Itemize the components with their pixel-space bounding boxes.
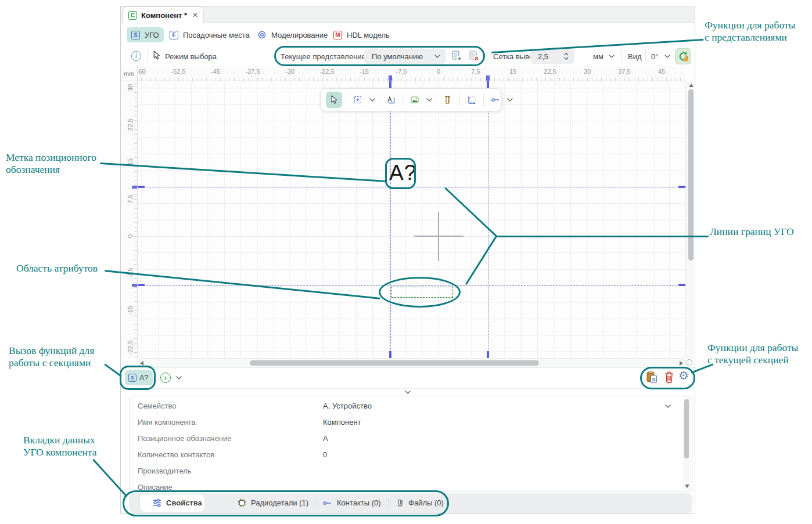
pin-grid-stepper[interactable]: 2,5 [530,49,574,64]
boundary-handle[interactable] [487,81,489,88]
v-tick: 15 [127,153,135,171]
delete-view-button[interactable] [468,50,480,62]
unit-select-value[interactable]: мм [593,52,603,61]
vertical-scroll-thumb[interactable] [688,89,694,261]
h-tick: -30 [285,68,294,75]
node-tool-button[interactable] [350,92,366,108]
chevron-down-icon[interactable] [507,98,513,102]
component-type-icon: C [128,11,137,20]
scroll-down-arrow[interactable] [685,485,689,488]
image-tool-button[interactable] [407,92,423,108]
info-icon[interactable]: i [131,51,141,61]
h-tick: -37,5 [245,68,260,75]
property-label: Описание [138,483,173,492]
document-tab[interactable]: C Компонент * ✕ [123,6,204,23]
contact-pin-icon[interactable] [323,500,332,506]
add-section-button[interactable]: + [160,373,171,383]
boundary-line-horizontal-bottom[interactable] [138,285,685,286]
delete-section-button[interactable] [664,371,674,384]
boundary-handle[interactable] [138,186,145,188]
angle-chevron-icon[interactable] [664,55,670,58]
pin-count-value[interactable]: 0 [323,450,327,459]
properties-scrollbar[interactable] [683,397,691,490]
tab-files-label[interactable]: Файлы (0) [408,498,444,507]
tab-properties-label: Свойства [166,498,202,507]
ref-designator-label[interactable]: А? [389,162,416,183]
h-tick: 15 [509,68,516,75]
boundary-line-horizontal-top[interactable] [138,187,685,187]
sliders-icon [152,498,162,508]
add-section-chevron-icon[interactable] [176,376,182,380]
paperclip-icon[interactable] [396,498,405,508]
callout-line-sections [104,363,122,377]
add-view-button[interactable] [451,50,462,62]
section-bar [121,367,695,388]
screenshot-stage: C Компонент * ✕ S УГО F Посадочные места… [0,0,812,524]
selection-tool-button[interactable] [326,92,342,108]
cursor-icon [329,95,339,104]
tab-divider [315,498,315,508]
chevron-down-icon[interactable] [426,98,432,102]
collapse-panel-icon[interactable] [405,391,411,394]
rotate-lock-icon [678,51,689,62]
tab-close-icon[interactable]: ✕ [192,11,198,19]
tab-parts-label[interactable]: Радиодетали (1) [251,498,308,507]
rotate-lock-button[interactable] [675,48,691,64]
boundary-handle[interactable] [487,351,489,358]
family-dropdown-icon[interactable] [665,404,671,408]
section-settings-button[interactable]: ⚙ [678,370,689,381]
tab-ugo[interactable]: S УГО [127,27,164,42]
tab-hdl[interactable]: M HDL модель [329,27,394,42]
pin-tool-button[interactable] [487,92,504,108]
boundary-handle[interactable] [678,186,685,188]
boundary-handle[interactable] [389,351,391,358]
tab-contacts-label[interactable]: Контакты (0) [337,498,381,507]
vertical-scrollbar[interactable] [685,81,695,358]
measure-tool-button[interactable] [440,92,456,108]
unit-chevron-icon[interactable] [609,55,615,58]
text-tool-button[interactable] [383,92,399,108]
annotation-sections: Вызов функций для работы с секциями [9,345,94,369]
caliper-icon [443,95,452,104]
component-name-value[interactable]: Компонент [323,418,361,427]
transform-tool-button[interactable] [464,92,480,108]
tab-modeling[interactable]: Моделирование [253,27,332,42]
v-tick: -15 [127,302,135,319]
v-tick: -22,5 [127,339,135,356]
boundary-marker [132,284,137,287]
view-select[interactable]: По умолчанию [364,49,446,64]
ref-designator-value[interactable]: А [323,434,328,443]
hdl-icon: M [333,31,342,39]
horizontal-scrollbar[interactable] [138,358,685,367]
tab-footprints-label: Посадочные места [183,31,250,39]
boundary-handle[interactable] [138,284,145,286]
scroll-right-arrow[interactable] [680,361,683,366]
tab-hdl-label: HDL модель [347,31,390,39]
scroll-left-arrow[interactable] [140,361,143,366]
copy-section-button[interactable]: S [646,370,658,384]
attribute-area[interactable] [391,287,453,298]
boundary-line-vertical-right[interactable] [488,81,488,358]
h-tick: 45 [658,68,665,75]
family-value[interactable]: А, Устройство [323,402,372,410]
boundary-line-vertical-left[interactable] [390,81,391,358]
chevron-down-icon[interactable] [369,98,375,102]
transform-icon [467,95,476,104]
properties-scroll-thumb[interactable] [684,399,689,458]
scroll-up-arrow[interactable] [689,84,694,87]
symbol-editor-canvas[interactable]: А? [138,81,685,358]
section-tab[interactable]: S A? [125,370,153,385]
angle-select-value[interactable]: 0° [651,52,658,61]
view-menu[interactable]: Вид [628,52,642,61]
scroll-corner-knob[interactable] [686,359,692,366]
document-tabstrip [121,6,695,23]
trash-icon [664,371,674,384]
boundary-handle[interactable] [389,81,391,88]
spiral-icon [257,30,267,39]
horizontal-scroll-thumb[interactable] [250,360,539,366]
property-label: Семейство [138,402,177,410]
chip-icon[interactable] [237,498,247,508]
tab-footprints[interactable]: F Посадочные места [165,27,254,42]
h-tick: -22,5 [319,68,334,75]
boundary-handle[interactable] [678,284,685,286]
